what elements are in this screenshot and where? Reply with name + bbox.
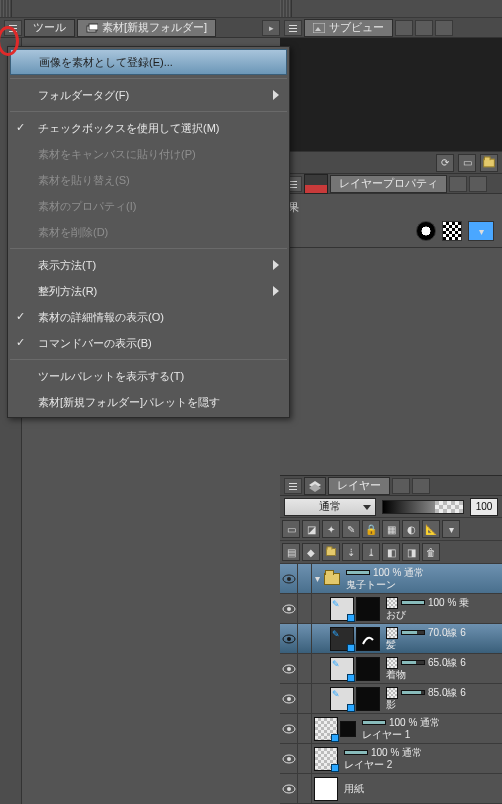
color-label-icon[interactable]: ▾ (442, 520, 460, 538)
check-icon: ✓ (16, 336, 30, 350)
menu-icon (288, 481, 298, 491)
layers-label: レイヤー (337, 478, 381, 493)
layer-line2: 影 (386, 699, 498, 711)
svg-rect-11 (289, 184, 297, 185)
layer-line2: 着物 (386, 669, 498, 681)
eye-icon[interactable] (282, 724, 296, 734)
mask-enable-icon[interactable]: ◐ (402, 520, 420, 538)
eye-icon[interactable] (282, 694, 296, 704)
apply-mask-icon[interactable]: ◨ (402, 543, 420, 561)
svg-rect-12 (289, 187, 297, 188)
menu-display-method[interactable]: 表示方法(T) (8, 252, 289, 278)
transfer-down-icon[interactable]: ⇣ (342, 543, 360, 561)
eye-icon[interactable] (282, 664, 296, 674)
menu-label: 素材をキャンバスに貼り付け(P) (38, 147, 196, 162)
tab-overflow-button[interactable]: ▸ (262, 20, 280, 36)
menu-separator (10, 248, 287, 249)
folder-toggle[interactable]: ▾ (312, 564, 322, 593)
open-icon[interactable] (480, 154, 498, 172)
opacity-value[interactable]: 100 (470, 498, 498, 516)
reference-icon[interactable]: ✦ (322, 520, 340, 538)
combine-icon[interactable]: ▭ (282, 520, 300, 538)
menu-label: 素材[新規フォルダー]パレットを隠す (38, 395, 220, 410)
menu-label: 画像を素材として登録(E)... (39, 55, 173, 70)
blend-mode-select[interactable]: 通常 (284, 498, 376, 516)
subview-menu-button[interactable] (284, 20, 302, 36)
layers-menu-button[interactable] (284, 478, 302, 494)
submenu-arrow-icon (273, 286, 279, 296)
layer-row[interactable]: 用紙 (280, 774, 502, 804)
menu-show-commandbar[interactable]: ✓ コマンドバーの表示(B) (8, 330, 289, 356)
palette-menu-button[interactable] (4, 20, 22, 36)
layer-line2: おび (386, 609, 498, 621)
layer-row[interactable]: ✎ 65.0線 6 着物 (280, 654, 502, 684)
menu-sort-method[interactable]: 整列方法(R) (8, 278, 289, 304)
svg-rect-7 (289, 31, 297, 32)
layer-line1: 100 % 乗 (428, 597, 469, 609)
delete-layer-icon[interactable]: 🗑 (422, 543, 440, 561)
tab-layer-property[interactable]: レイヤープロパティ (330, 175, 447, 193)
subview-canvas[interactable] (280, 38, 502, 152)
menu-use-checkbox[interactable]: ✓ チェックボックスを使用して選択(M) (8, 115, 289, 141)
new-vector-icon[interactable]: ◆ (302, 543, 320, 561)
menu-label: 整列方法(R) (38, 284, 97, 299)
layerprop-extra-1[interactable] (449, 176, 467, 192)
menu-folder-tag[interactable]: フォルダータグ(F) (8, 82, 289, 108)
marker-tool-icon[interactable] (304, 174, 328, 194)
svg-rect-6 (289, 28, 297, 29)
clip-icon[interactable]: ◪ (302, 520, 320, 538)
eye-icon[interactable] (282, 604, 296, 614)
rotate-icon[interactable]: ⟳ (436, 154, 454, 172)
svg-rect-13 (289, 483, 297, 484)
border-effect-icon[interactable] (416, 221, 436, 241)
layers-stack-icon[interactable] (304, 477, 326, 495)
layer-row[interactable]: ✎ 85.0線 6 影 (280, 684, 502, 714)
layers-extra-1[interactable] (392, 478, 410, 494)
eye-icon[interactable] (282, 574, 296, 584)
tab-layers[interactable]: レイヤー (328, 477, 390, 495)
menu-show-detail[interactable]: ✓ 素材の詳細情報の表示(O) (8, 304, 289, 330)
layer-row[interactable]: ✎ 70.0線 6 髪 (280, 624, 502, 654)
merge-down-icon[interactable]: ⤓ (362, 543, 380, 561)
subview-extra-3[interactable] (435, 20, 453, 36)
menu-label: 素材を貼り替え(S) (38, 173, 130, 188)
layer-line2: レイヤー 1 (362, 729, 498, 741)
layer-row[interactable]: 100 % 通常 レイヤー 2 (280, 744, 502, 774)
ruler-icon[interactable]: 📐 (422, 520, 440, 538)
lock-icon[interactable]: 🔒 (362, 520, 380, 538)
menu-label: 表示方法(T) (38, 258, 96, 273)
dock-gripper-left[interactable] (0, 0, 12, 17)
lock-transparent-icon[interactable]: ▦ (382, 520, 400, 538)
eye-icon[interactable] (282, 634, 296, 644)
layerprop-extra-2[interactable] (469, 176, 487, 192)
dock-gripper-right[interactable] (280, 0, 292, 17)
eye-icon[interactable] (282, 754, 296, 764)
check-icon: ✓ (16, 121, 30, 135)
layer-color-icon[interactable]: ▾ (468, 221, 494, 241)
eye-icon[interactable] (282, 784, 296, 794)
add-mask-icon[interactable]: ◧ (382, 543, 400, 561)
new-folder-icon[interactable] (322, 543, 340, 561)
subview-extra-1[interactable] (395, 20, 413, 36)
menu-show-tool-palette[interactable]: ツールパレットを表示する(T) (8, 363, 289, 389)
layer-line1: 100 % 通常 (371, 747, 422, 759)
menu-register-image[interactable]: 画像を素材として登録(E)... (10, 49, 287, 75)
layer-thumb (314, 717, 338, 741)
fit-icon[interactable]: ▭ (458, 154, 476, 172)
opacity-slider[interactable] (382, 500, 464, 514)
layer-folder-row[interactable]: ▾ 100 % 通常 鬼子トーン (280, 564, 502, 594)
tab-material[interactable]: 素材[新規フォルダー] (77, 19, 216, 37)
layers-extra-2[interactable] (412, 478, 430, 494)
draft-icon[interactable]: ✎ (342, 520, 360, 538)
svg-rect-2 (9, 31, 17, 32)
new-raster-icon[interactable]: ▤ (282, 543, 300, 561)
menu-hide-material-palette[interactable]: 素材[新規フォルダー]パレットを隠す (8, 389, 289, 415)
layer-row[interactable]: ✎ 100 % 乗 おび (280, 594, 502, 624)
tab-subview[interactable]: サブビュー (304, 19, 393, 37)
subview-extra-2[interactable] (415, 20, 433, 36)
tab-tool-label: ツール (33, 20, 66, 35)
svg-marker-9 (315, 27, 321, 31)
layer-row[interactable]: 100 % 通常 レイヤー 1 (280, 714, 502, 744)
tone-effect-icon[interactable] (442, 221, 462, 241)
tab-tool[interactable]: ツール (24, 19, 75, 37)
